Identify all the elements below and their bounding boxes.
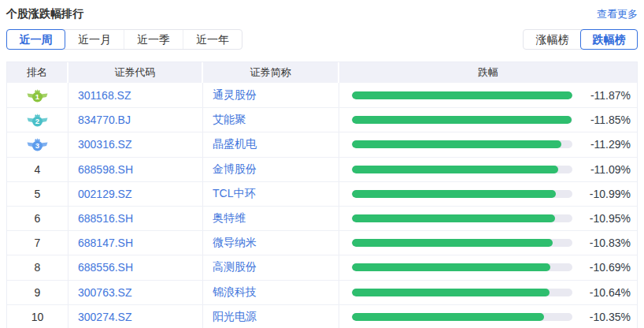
change-cell: -10.83% — [339, 231, 637, 255]
rank-cell: 3 — [7, 132, 68, 156]
rank-number: 5 — [35, 188, 41, 200]
table-row[interactable]: 8 688556.SH 高测股份 -10.69% — [7, 255, 637, 279]
bar-track — [352, 91, 572, 99]
stock-code[interactable]: 002129.SZ — [68, 182, 203, 206]
table-row[interactable]: 7 688147.SH 微导纳米 -10.83% — [7, 230, 637, 255]
bar-fill — [352, 116, 572, 124]
tab-last-year[interactable]: 近一年 — [183, 30, 242, 49]
view-more-link[interactable]: 查看更多 — [597, 7, 638, 21]
tab-gainers[interactable]: 涨幅榜 — [524, 30, 581, 49]
change-cell: -11.87% — [339, 83, 637, 107]
change-percent: -10.99% — [580, 188, 631, 200]
change-percent: -11.87% — [580, 89, 631, 102]
table-header: 排名 证券代码 证券简称 跌幅 — [7, 62, 637, 83]
stock-code[interactable]: 301168.SZ — [68, 83, 203, 107]
change-cell: -10.95% — [339, 207, 637, 230]
stock-code[interactable]: 688516.SH — [68, 207, 203, 230]
bar-fill — [352, 289, 550, 296]
stock-name[interactable]: TCL中环 — [203, 182, 339, 206]
ranking-widget: 个股涨跌幅排行 查看更多 近一周 近一月 近一季 近一年 涨幅榜 跌幅榜 排名 … — [0, 7, 644, 328]
rank-cell: 7 — [7, 231, 68, 255]
rank-cell: 8 — [7, 255, 68, 279]
change-cell: -10.69% — [339, 255, 637, 279]
change-percent: -11.29% — [580, 138, 631, 151]
table-row[interactable]: 1 301168.SZ 通灵股份 -11.87% — [7, 83, 637, 107]
change-percent: -10.83% — [580, 237, 631, 249]
bar-fill — [352, 214, 555, 222]
bar-track — [352, 313, 572, 321]
page-title: 个股涨跌幅排行 — [6, 7, 83, 21]
board-tab-group: 涨幅榜 跌幅榜 — [523, 29, 638, 50]
tab-last-quarter[interactable]: 近一季 — [124, 30, 183, 49]
bar-fill — [352, 313, 544, 321]
table-row[interactable]: 2 834770.BJ 艾能聚 -11.85% — [7, 107, 637, 132]
stock-name[interactable]: 艾能聚 — [203, 108, 339, 132]
stock-code[interactable]: 300763.SZ — [68, 281, 203, 304]
table-row[interactable]: 6 688516.SH 奥特维 -10.95% — [7, 206, 637, 230]
table-row[interactable]: 9 300763.SZ 锦浪科技 -10.64% — [7, 280, 637, 304]
change-cell: -11.85% — [339, 108, 637, 132]
svg-text:2: 2 — [35, 117, 39, 126]
table-row[interactable]: 5 002129.SZ TCL中环 -10.99% — [7, 181, 637, 206]
bar-fill — [352, 166, 558, 173]
rank-number: 9 — [35, 286, 41, 299]
col-header-code: 证券代码 — [68, 62, 203, 83]
rank-cell: 9 — [7, 281, 68, 304]
stock-name[interactable]: 微导纳米 — [203, 231, 339, 255]
rank-number: 7 — [35, 237, 41, 249]
stock-name[interactable]: 锦浪科技 — [203, 281, 339, 304]
change-percent: -10.64% — [580, 286, 631, 299]
tab-last-week[interactable]: 近一周 — [6, 29, 65, 50]
stock-code[interactable]: 834770.BJ — [68, 108, 203, 132]
rank-medal-icon: 2 — [27, 113, 48, 127]
rank-number: 8 — [35, 261, 41, 274]
table-body: 1 301168.SZ 通灵股份 -11.87% 2 — [7, 83, 637, 328]
change-cell: -10.35% — [339, 305, 637, 328]
col-header-rank: 排名 — [7, 62, 68, 83]
bar-track — [352, 214, 572, 222]
bar-track — [352, 116, 572, 124]
change-percent: -11.09% — [580, 163, 631, 176]
stock-code[interactable]: 688147.SH — [68, 231, 203, 255]
stock-code[interactable]: 688598.SH — [68, 158, 203, 181]
bar-track — [352, 289, 572, 296]
stock-name[interactable]: 高测股份 — [203, 255, 339, 279]
bar-track — [352, 263, 572, 271]
stock-name[interactable]: 金博股份 — [203, 158, 339, 181]
stock-name[interactable]: 通灵股份 — [203, 83, 339, 107]
tab-last-month[interactable]: 近一月 — [65, 30, 124, 49]
table-row[interactable]: 3 300316.SZ 晶盛机电 -11.29% — [7, 132, 637, 156]
svg-text:3: 3 — [35, 142, 39, 151]
bar-track — [352, 190, 572, 198]
rank-medal-icon: 1 — [27, 88, 48, 102]
bar-track — [352, 166, 572, 173]
change-cell: -11.29% — [339, 132, 637, 156]
stock-code[interactable]: 300316.SZ — [68, 132, 203, 156]
tab-losers[interactable]: 跌幅榜 — [580, 29, 638, 50]
change-cell: -10.64% — [339, 281, 637, 304]
stock-code[interactable]: 300274.SZ — [68, 305, 203, 328]
bar-fill — [352, 263, 550, 271]
rank-cell: 6 — [7, 207, 68, 230]
col-header-name: 证券简称 — [203, 62, 339, 83]
change-cell: -11.09% — [339, 158, 637, 181]
stock-name[interactable]: 晶盛机电 — [203, 132, 339, 156]
col-header-change: 跌幅 — [339, 62, 637, 83]
bar-track — [352, 239, 572, 247]
rank-cell: 10 — [7, 305, 68, 328]
rank-cell: 1 — [7, 83, 68, 107]
period-tab-group: 近一周 近一月 近一季 近一年 — [6, 29, 242, 50]
bar-track — [352, 140, 572, 148]
change-cell: -10.99% — [339, 182, 637, 206]
bar-fill — [352, 239, 553, 247]
table-row[interactable]: 4 688598.SH 金博股份 -11.09% — [7, 157, 637, 181]
stock-code[interactable]: 688556.SH — [68, 255, 203, 279]
change-percent: -10.35% — [580, 311, 631, 323]
stock-name[interactable]: 阳光电源 — [203, 305, 339, 328]
table-row[interactable]: 10 300274.SZ 阳光电源 -10.35% — [7, 304, 637, 328]
bar-fill — [352, 140, 561, 148]
stock-name[interactable]: 奥特维 — [203, 207, 339, 230]
rank-cell: 2 — [7, 108, 68, 132]
change-percent: -11.85% — [580, 114, 631, 126]
header-row: 个股涨跌幅排行 查看更多 — [6, 7, 638, 21]
